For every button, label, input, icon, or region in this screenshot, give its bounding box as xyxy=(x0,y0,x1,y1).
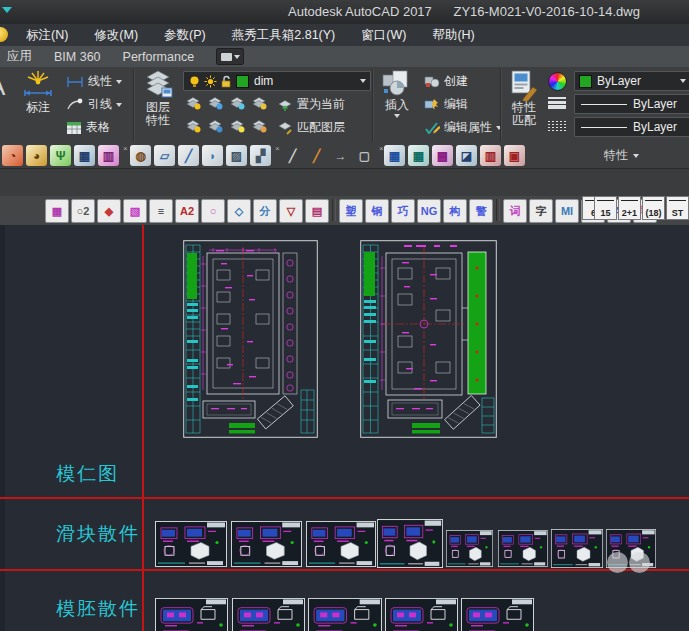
a2-sheet-icon[interactable]: A2 xyxy=(175,199,199,223)
edit-attributes-button[interactable]: 编辑属性 xyxy=(424,119,502,136)
leader-arrow-icon[interactable]: → xyxy=(330,145,351,166)
table-button[interactable]: 表格 xyxy=(66,119,110,136)
make-current-button[interactable]: 置为当前 xyxy=(278,96,345,113)
dim-15-icon[interactable]: 15 xyxy=(594,196,617,220)
box-3d-icon[interactable]: ◇ xyxy=(227,199,251,223)
rect-circle-icon[interactable]: ▢ xyxy=(354,145,375,166)
toolbar-close-icon[interactable]: × xyxy=(123,144,128,153)
block-pattern-icon[interactable]: ▧ xyxy=(123,199,147,223)
ng-icon[interactable]: NG xyxy=(417,199,441,223)
edit-block-button[interactable]: 编辑 xyxy=(424,96,468,113)
layer-off-icon[interactable] xyxy=(186,96,201,110)
leader-button[interactable]: 引线 xyxy=(66,96,122,113)
lineweight-combo[interactable]: ByLayer xyxy=(574,94,689,114)
insert-block-button[interactable]: 插入 xyxy=(377,69,417,118)
monitor-icon[interactable]: ▦ xyxy=(74,145,95,166)
sphere-icon[interactable]: ◍ xyxy=(130,145,151,166)
swan-icon[interactable]: ◗ xyxy=(202,145,223,166)
screen-blue-icon[interactable]: ▦ xyxy=(384,145,405,166)
toolbar-close-icon[interactable]: × xyxy=(275,144,280,153)
shapes-icon[interactable]: ▱ xyxy=(154,145,175,166)
zoom-pink-icon[interactable]: ○ xyxy=(201,199,225,223)
match-properties-button[interactable]: 特性匹配 xyxy=(504,69,544,127)
moldbase-part-thumbnail-2[interactable] xyxy=(232,598,305,631)
steel-icon[interactable]: 钢 xyxy=(365,199,389,223)
slider-part-thumbnail-4[interactable] xyxy=(377,519,443,568)
filter-off-icon[interactable]: ▽ xyxy=(279,199,303,223)
linetype-icon[interactable] xyxy=(548,121,566,131)
menu-item-window[interactable]: 窗口(W) xyxy=(361,27,406,44)
panel-red2-icon[interactable]: ▣ xyxy=(504,145,525,166)
dim-18-icon[interactable]: (18) xyxy=(642,196,665,220)
slider-part-thumbnail-6[interactable] xyxy=(498,530,548,567)
layer-freeze-icon[interactable] xyxy=(230,96,245,110)
layer-lock-icon[interactable] xyxy=(252,96,267,110)
create-block-button[interactable]: 创建 xyxy=(424,73,468,90)
mtext-button[interactable]: A xyxy=(0,71,5,102)
layout-grid-hline-1[interactable] xyxy=(0,497,689,499)
line-tool-icon[interactable]: ╱ xyxy=(282,145,303,166)
screen-teal-icon[interactable]: ▦ xyxy=(408,145,429,166)
menu-item-yanxiu-toolbox[interactable]: 燕秀工具箱2.81(Y) xyxy=(232,27,336,44)
lineweight-icon[interactable] xyxy=(548,97,566,109)
layer-unisolate-icon[interactable] xyxy=(208,119,223,133)
drawing-canvas[interactable]: 模仁图 滑块散件 模胚散件 xyxy=(0,225,689,631)
ribbon-tab-featured-apps[interactable]: 应用 xyxy=(0,48,32,65)
render-sphere-icon[interactable]: ◔ xyxy=(2,145,23,166)
properties-panel-label[interactable]: 特性 xyxy=(604,147,639,164)
screen-magenta-icon[interactable]: ▩ xyxy=(432,145,453,166)
menu-item-annotate[interactable]: 标注(N) xyxy=(26,27,68,44)
quick-access-chevron-icon[interactable] xyxy=(2,7,12,13)
materials-sphere-icon[interactable]: ◕ xyxy=(26,145,47,166)
palm-tree-icon[interactable]: Ψ xyxy=(50,145,71,166)
zoom-2-icon[interactable]: ○2 xyxy=(71,199,95,223)
char-icon[interactable]: 字 xyxy=(529,199,553,223)
section-label-moldbase[interactable]: 模胚散件 xyxy=(56,596,140,622)
screen-curve-icon[interactable]: ◪ xyxy=(456,145,477,166)
pencil-icon[interactable]: ╱ xyxy=(178,145,199,166)
layer-unlock-icon[interactable] xyxy=(252,119,267,133)
menu-item-help[interactable]: 帮助(H) xyxy=(432,27,474,44)
linetype-combo[interactable]: ByLayer xyxy=(574,117,689,137)
table-grid-icon[interactable]: ▦ xyxy=(45,199,69,223)
fill-shape-icon[interactable]: ◆ xyxy=(97,199,121,223)
moldbase-part-thumbnail-4[interactable] xyxy=(385,598,458,631)
section-label-core[interactable]: 模仁图 xyxy=(56,461,119,487)
slider-part-thumbnail-5[interactable] xyxy=(446,530,493,567)
list-layers-icon[interactable]: ≡ xyxy=(149,199,173,223)
slider-part-thumbnail-2[interactable] xyxy=(231,521,302,567)
split-layer-icon[interactable]: 分 xyxy=(253,199,277,223)
layer-isolate-icon[interactable] xyxy=(208,96,223,110)
layer-properties-button[interactable]: 图层特性 xyxy=(137,69,179,127)
dim-2plus1-icon[interactable]: 2+1 xyxy=(618,196,641,220)
plastic-icon[interactable]: 塑 xyxy=(339,199,363,223)
structure-icon[interactable]: 构 xyxy=(443,199,467,223)
dimension-button[interactable]: 标注 xyxy=(16,69,60,114)
cad-sheet-core-plate-right[interactable] xyxy=(360,240,497,438)
match-layer-button[interactable]: 匹配图层 xyxy=(278,119,345,136)
panel-icon[interactable]: ▨ xyxy=(226,145,247,166)
slider-part-thumbnail-7[interactable] xyxy=(551,529,603,568)
layer-on-icon[interactable] xyxy=(186,119,201,133)
section-label-slider[interactable]: 滑块散件 xyxy=(56,521,140,547)
dim-st-icon[interactable]: ST xyxy=(666,196,689,220)
warning-icon[interactable]: 警 xyxy=(469,199,493,223)
moldbase-part-thumbnail-3[interactable] xyxy=(308,598,382,631)
color-combo[interactable]: ByLayer xyxy=(574,71,689,91)
linear-dimension-button[interactable]: 线性 xyxy=(66,73,122,90)
moldbase-part-thumbnail-5[interactable] xyxy=(461,598,534,631)
color-wheel-icon[interactable] xyxy=(548,72,567,91)
mirror-panel-icon[interactable]: ▞ xyxy=(250,145,271,166)
word-icon[interactable]: 词 xyxy=(503,199,527,223)
cad-sheet-core-plate-left[interactable] xyxy=(183,240,318,438)
ribbon-tab-performance[interactable]: Performance xyxy=(123,50,195,64)
slider-part-thumbnail-1[interactable] xyxy=(155,521,227,567)
menu-item-modify[interactable]: 修改(M) xyxy=(94,27,138,44)
ribbon-display-toggle-button[interactable] xyxy=(216,48,244,65)
layer-combo[interactable]: dim xyxy=(183,71,371,91)
layout-grid-hline-2[interactable] xyxy=(0,569,689,571)
clever-icon[interactable]: 巧 xyxy=(391,199,415,223)
mi-screen-icon[interactable]: MI xyxy=(555,199,579,223)
palette-grid-icon[interactable]: ▤ xyxy=(305,199,329,223)
ribbon-tab-bim-360[interactable]: BIM 360 xyxy=(54,50,101,64)
